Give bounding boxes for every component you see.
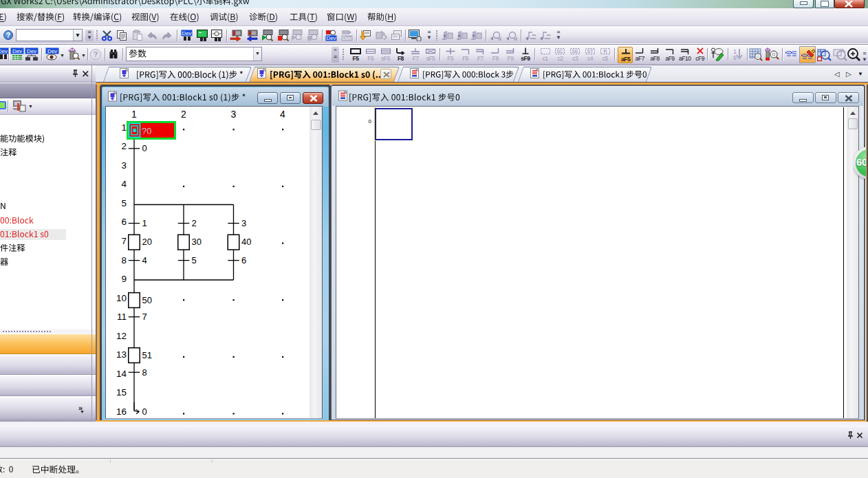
svg-text:9: 9: [733, 54, 737, 61]
svg-text:1: 1: [131, 109, 137, 120]
svg-text:0: 0: [142, 143, 147, 153]
svg-text:16: 16: [116, 406, 127, 417]
svg-text:Dev: Dev: [342, 35, 351, 41]
svg-text:2: 2: [121, 141, 127, 151]
svg-text:50: 50: [142, 295, 152, 305]
svg-text:12: 12: [116, 331, 127, 341]
svg-text:Dev: Dev: [326, 35, 336, 41]
svg-text:1: 1: [142, 218, 147, 228]
svg-text:30: 30: [192, 237, 202, 247]
svg-text:10: 10: [116, 293, 127, 303]
svg-text:Dev: Dev: [0, 48, 8, 54]
svg-text:20: 20: [142, 237, 152, 247]
svg-text:13: 13: [116, 349, 127, 360]
svg-text:4: 4: [121, 179, 127, 189]
svg-text:9: 9: [121, 274, 127, 284]
svg-text:Dev: Dev: [47, 48, 57, 54]
svg-text:8: 8: [142, 367, 147, 378]
svg-text:7: 7: [121, 236, 127, 246]
svg-text:40: 40: [241, 237, 251, 247]
svg-text:7: 7: [142, 312, 147, 322]
svg-text:?0: ?0: [142, 126, 151, 136]
svg-text:Dev: Dev: [182, 30, 191, 36]
svg-text:Dev: Dev: [12, 48, 22, 54]
svg-text:0: 0: [142, 406, 147, 417]
svg-text:3: 3: [241, 218, 246, 228]
svg-text:SE: SE: [572, 49, 579, 54]
svg-text:3: 3: [121, 160, 127, 171]
svg-text:14: 14: [116, 369, 127, 379]
svg-text:R: R: [603, 49, 607, 54]
svg-text:2: 2: [192, 218, 197, 228]
svg-text:6: 6: [241, 255, 246, 265]
svg-text:ST: ST: [587, 49, 594, 54]
svg-text:5: 5: [192, 255, 197, 265]
svg-text:2: 2: [181, 109, 186, 120]
svg-text:15: 15: [116, 387, 127, 398]
svg-text:4: 4: [142, 255, 147, 265]
svg-text:1: 1: [121, 122, 127, 133]
svg-text:3: 3: [231, 109, 237, 120]
svg-text:SC: SC: [557, 49, 564, 54]
svg-text:5: 5: [121, 198, 127, 208]
svg-text:11: 11: [117, 312, 127, 322]
svg-text:8: 8: [121, 255, 127, 265]
svg-text:4: 4: [280, 109, 285, 120]
svg-text:6: 6: [121, 217, 127, 227]
svg-text:51: 51: [142, 350, 152, 360]
svg-text:Dev: Dev: [27, 48, 36, 54]
